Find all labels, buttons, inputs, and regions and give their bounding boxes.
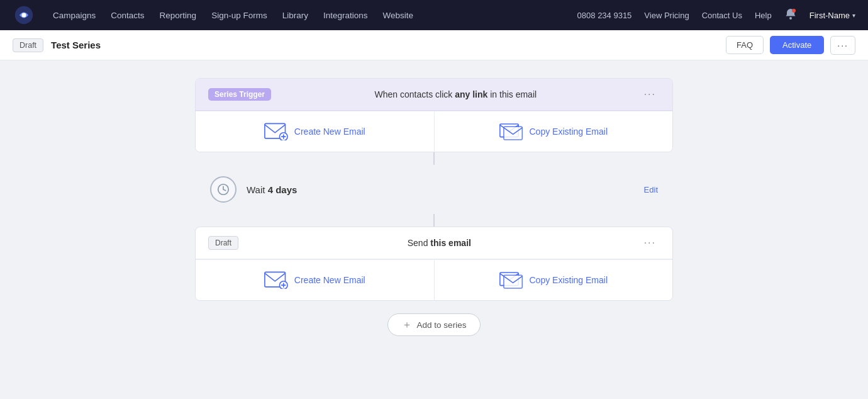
send-create-email-button[interactable]: Create New Email [196, 260, 434, 300]
page-title: Test Series [51, 40, 101, 50]
nav-website[interactable]: Website [382, 8, 413, 23]
breadcrumb-bar: Draft Test Series FAQ Activate ··· [0, 30, 868, 60]
nav-signup-forms[interactable]: Sign-up Forms [211, 8, 267, 23]
plus-icon: ＋ [402, 320, 412, 330]
nav-phone: 0808 234 9315 [577, 11, 632, 20]
send-create-email-icon [264, 271, 288, 289]
svg-point-2 [789, 17, 792, 20]
trigger-create-email-button[interactable]: Create New Email [196, 111, 434, 152]
send-card-actions: Create New Email Copy Existing Email [196, 259, 672, 300]
add-to-series-button[interactable]: ＋ Add to series [387, 313, 481, 336]
breadcrumb-actions: FAQ Activate ··· [726, 36, 855, 55]
nav-campaigns[interactable]: Campaigns [53, 8, 96, 23]
more-options-button[interactable]: ··· [830, 36, 855, 55]
send-copy-email-button[interactable]: Copy Existing Email [434, 260, 673, 300]
user-menu[interactable]: First-Name [810, 11, 855, 20]
trigger-copy-email-button[interactable]: Copy Existing Email [434, 111, 673, 152]
notification-bell-icon[interactable] [784, 8, 797, 23]
connector-2 [433, 214, 435, 227]
create-email-icon [264, 123, 288, 140]
series-trigger-badge: Series Trigger [208, 88, 271, 101]
connector-1 [433, 152, 435, 165]
send-more-button[interactable]: ··· [640, 236, 660, 250]
wait-text: Wait 4 days [247, 184, 634, 195]
nav-reporting[interactable]: Reporting [160, 8, 197, 23]
trigger-more-button[interactable]: ··· [640, 87, 660, 101]
svg-point-3 [792, 9, 796, 13]
send-copy-email-icon [499, 271, 523, 289]
nav-library[interactable]: Library [282, 8, 308, 23]
send-draft-badge: Draft [208, 236, 238, 250]
draft-badge[interactable]: Draft [13, 38, 43, 52]
logo[interactable] [13, 4, 35, 26]
wait-clock-icon [210, 176, 236, 203]
activate-button[interactable]: Activate [770, 36, 824, 54]
send-description: Send this email [246, 238, 633, 248]
series-trigger-header: Series Trigger When contacts click any l… [196, 79, 672, 111]
nav-links: Campaigns Contacts Reporting Sign-up For… [53, 8, 560, 23]
faq-button[interactable]: FAQ [726, 36, 764, 54]
wait-edit-button[interactable]: Edit [644, 185, 658, 194]
wait-block: Wait 4 days Edit [195, 165, 673, 214]
nav-help[interactable]: Help [755, 11, 772, 20]
nav-view-pricing[interactable]: View Pricing [644, 11, 689, 20]
series-trigger-card: Series Trigger When contacts click any l… [195, 78, 673, 152]
send-card-header: Draft Send this email ··· [196, 227, 672, 259]
nav-integrations[interactable]: Integrations [323, 8, 368, 23]
top-navigation: Campaigns Contacts Reporting Sign-up For… [0, 0, 868, 30]
trigger-card-actions: Create New Email Copy Existing Email [196, 111, 672, 152]
nav-contacts[interactable]: Contacts [111, 8, 144, 23]
send-email-card: Draft Send this email ··· Create New Ema… [195, 227, 673, 301]
main-content: Series Trigger When contacts click any l… [0, 60, 868, 354]
nav-right: 0808 234 9315 View Pricing Contact Us He… [577, 8, 855, 23]
copy-email-icon [499, 123, 523, 140]
svg-rect-9 [503, 126, 521, 140]
trigger-description: When contacts click any link in this ema… [279, 89, 633, 99]
nav-contact-us[interactable]: Contact Us [702, 11, 742, 20]
svg-point-1 [21, 13, 26, 17]
svg-rect-16 [503, 275, 521, 288]
